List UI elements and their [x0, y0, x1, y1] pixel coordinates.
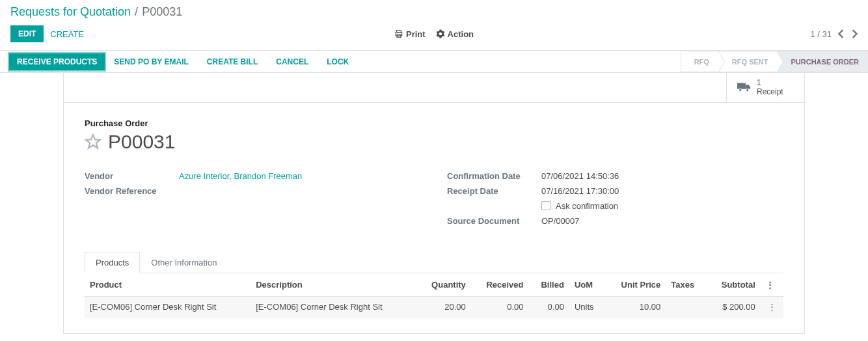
status-step-rfq-sent[interactable]: RFQ SENT — [718, 51, 778, 72]
receipt-stat-button[interactable]: 1 Receipt — [726, 73, 804, 102]
th-uom[interactable]: UoM — [569, 273, 605, 297]
svg-point-5 — [746, 89, 748, 92]
document-name: P00031 — [108, 131, 175, 153]
control-panel: EDIT CREATE Print Action 1 / 31 — [0, 19, 868, 51]
tab-other-information[interactable]: Other Information — [140, 252, 228, 273]
confirmation-date-value: 07/06/2021 14:50:36 — [541, 171, 619, 181]
fields-right-column: Confirmation Date 07/06/2021 14:50:36 Re… — [447, 171, 783, 231]
cell-received: 0.00 — [471, 296, 529, 317]
th-unit-price[interactable]: Unit Price — [605, 273, 666, 297]
status-step-rfq[interactable]: RFQ — [681, 51, 718, 72]
vendor-reference-label: Vendor Reference — [85, 186, 179, 196]
cell-unit-price: 10.00 — [605, 296, 666, 317]
fields-left-column: Vendor Azure Interior, Brandon Freeman V… — [85, 171, 421, 231]
pager-next-button[interactable] — [851, 29, 858, 38]
breadcrumb: Requests for Quotation / P00031 — [0, 0, 868, 19]
receipt-label: Receipt — [757, 87, 783, 96]
pager: 1 / 31 — [810, 29, 858, 39]
th-quantity[interactable]: Quantity — [416, 273, 470, 297]
th-subtotal[interactable]: Subtotal — [707, 273, 761, 297]
cell-subtotal: $ 200.00 — [707, 296, 761, 317]
stat-button-box: 1 Receipt — [64, 73, 804, 103]
th-kebab[interactable]: ⋮ — [761, 273, 783, 297]
confirmation-date-label: Confirmation Date — [447, 171, 541, 181]
priority-star-icon[interactable] — [85, 133, 102, 150]
svg-rect-3 — [737, 83, 746, 89]
receipt-date-value: 07/16/2021 17:30:00 — [541, 186, 619, 196]
ask-confirmation-label: Ask confirmation — [556, 201, 618, 211]
send-po-button[interactable]: SEND PO BY EMAIL — [105, 54, 197, 70]
product-lines-table: Product Description Quantity Received Bi… — [85, 273, 783, 318]
th-taxes[interactable]: Taxes — [666, 273, 707, 297]
breadcrumb-separator: / — [135, 5, 138, 19]
source-document-value: OP/00007 — [541, 216, 580, 226]
svg-point-4 — [739, 89, 741, 92]
print-icon — [394, 29, 403, 38]
lock-button[interactable]: LOCK — [318, 54, 358, 70]
th-description[interactable]: Description — [251, 273, 416, 297]
row-kebab-icon[interactable]: ⋮ — [761, 296, 783, 317]
print-dropdown[interactable]: Print — [394, 29, 426, 39]
form-sheet: 1 Receipt Purchase Order P00031 Vendor A… — [63, 73, 805, 334]
cell-quantity: 20.00 — [416, 296, 470, 317]
breadcrumb-parent-link[interactable]: Requests for Quotation — [10, 5, 131, 19]
create-bill-button[interactable]: CREATE BILL — [198, 54, 267, 70]
vendor-link[interactable]: Azure Interior, Brandon Freeman — [179, 171, 302, 181]
status-steps: RFQ RFQ SENT PURCHASE ORDER — [681, 51, 868, 72]
statusbar: RECEIVE PRODUCTS SEND PO BY EMAIL CREATE… — [0, 51, 868, 73]
breadcrumb-current: P00031 — [142, 5, 182, 19]
table-header-row: Product Description Quantity Received Bi… — [85, 273, 783, 297]
cell-product: [E-COM06] Corner Desk Right Sit — [85, 296, 251, 317]
pager-text: 1 / 31 — [810, 29, 832, 39]
truck-icon — [737, 81, 752, 93]
tabs: Products Other Information — [85, 252, 783, 273]
gear-icon — [436, 29, 445, 38]
cancel-button[interactable]: CANCEL — [267, 54, 318, 70]
receive-products-button[interactable]: RECEIVE PRODUCTS — [9, 53, 105, 70]
cell-billed: 0.00 — [529, 296, 569, 317]
action-label: Action — [448, 29, 474, 39]
th-received[interactable]: Received — [471, 273, 529, 297]
tab-products[interactable]: Products — [85, 252, 140, 273]
svg-marker-6 — [86, 135, 100, 148]
document-type-label: Purchase Order — [85, 118, 783, 128]
cell-taxes — [666, 296, 707, 317]
cell-uom: Units — [569, 296, 605, 317]
table-row[interactable]: [E-COM06] Corner Desk Right Sit [E-COM06… — [85, 296, 783, 317]
th-product[interactable]: Product — [85, 273, 251, 297]
edit-button[interactable]: EDIT — [10, 25, 44, 42]
vendor-label: Vendor — [85, 171, 179, 181]
source-document-label: Source Document — [447, 216, 541, 226]
cell-description: [E-COM06] Corner Desk Right Sit — [251, 296, 416, 317]
th-billed[interactable]: Billed — [529, 273, 569, 297]
pager-prev-button[interactable] — [838, 29, 845, 38]
create-button[interactable]: CREATE — [44, 26, 90, 42]
print-label: Print — [406, 29, 426, 39]
ask-confirmation-checkbox[interactable] — [541, 201, 550, 210]
status-step-purchase-order[interactable]: PURCHASE ORDER — [777, 51, 868, 72]
action-dropdown[interactable]: Action — [436, 29, 474, 39]
receipt-count: 1 — [757, 78, 783, 87]
receipt-date-label: Receipt Date — [447, 186, 541, 196]
